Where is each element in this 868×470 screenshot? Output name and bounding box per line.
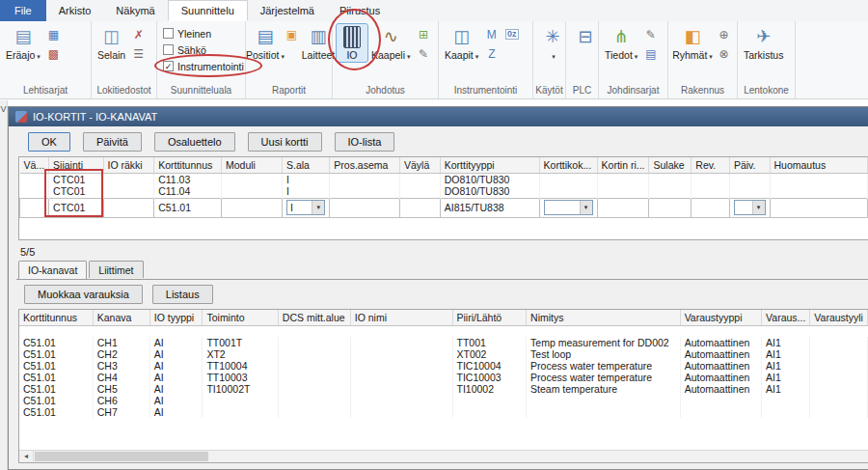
harness-list-icon: ▤ (645, 48, 656, 60)
kaapit-button[interactable]: ◫Kaapit▾ (443, 24, 480, 62)
listaus-button[interactable]: Listaus (152, 285, 213, 304)
io-channel-row[interactable]: C51.01CH6AI (19, 395, 868, 406)
scroll-left-icon[interactable]: ◂ (19, 451, 34, 462)
column-header-moduli[interactable]: Moduli (221, 157, 282, 173)
ribbon-tab-piirustus[interactable]: Piirustus (327, 0, 393, 21)
cell-p-iv (729, 173, 770, 185)
cell-nimitys: Process water temperature (527, 360, 681, 372)
tarkistus-button[interactable]: ✈Tarkistus (742, 24, 785, 62)
scrollbar-thumb[interactable] (35, 452, 208, 461)
laitteet-button[interactable]: ▥Laitteet (303, 24, 334, 62)
building-add-button[interactable]: ⊕ (715, 26, 733, 42)
io-channel-row[interactable]: C51.01CH7AI (19, 406, 868, 418)
column-header-io-nimi[interactable]: IO nimi (350, 310, 452, 325)
combo-caret-icon[interactable]: ▾ (312, 201, 324, 214)
io-cards-grid-container[interactable]: Vä...SijaintiIO räkkiKorttitunnusModuliS… (18, 156, 868, 240)
column-header-s-ala[interactable]: S.ala (283, 157, 330, 173)
column-header-korttitunnus[interactable]: Korttitunnus (154, 157, 222, 173)
column-header-varaustyyli[interactable]: Varaustyyli (810, 310, 868, 325)
log-delete-button[interactable]: ✗ (129, 26, 148, 42)
ok-button[interactable]: OK (28, 132, 70, 152)
grid-header-row: KorttitunnusKanavaIO tyyppiToimintoDCS m… (19, 310, 868, 325)
paivita-button[interactable]: Päivitä (83, 132, 142, 152)
sheet-update-button[interactable]: ▩ (44, 45, 63, 62)
macro-z-button[interactable]: Z (482, 45, 501, 62)
io-channel-row[interactable]: C51.01CH5AITI10002TTI10002Steam temperat… (19, 383, 868, 395)
macro-0z-button[interactable]: 0z (502, 26, 521, 42)
combo-korttikok[interactable]: ▾ (544, 200, 593, 215)
window-titlebar[interactable]: IO-KORTIT - IO-KANAVAT (9, 107, 868, 126)
log-list-button[interactable]: ☰ (129, 45, 148, 62)
io-lista-button[interactable]: IO-lista (335, 132, 395, 152)
eraajo-button[interactable]: ▤Eräajo▾ (4, 24, 42, 62)
ribbon-tab-n-kym[interactable]: Näkymä (103, 0, 167, 21)
io-channel-row[interactable]: C51.01CH3AITT10004TIC10004Process water … (19, 360, 868, 372)
combo-p-iv[interactable]: ▾ (734, 200, 766, 215)
io-channel-row[interactable]: C51.01CH2AIXT2XT002Test loopAutomaattine… (19, 348, 868, 360)
yleinen-checkbox[interactable]: Yleinen (163, 27, 244, 40)
io-channels-grid-container[interactable]: KorttitunnusKanavaIO tyyppiToimintoDCS m… (18, 309, 868, 463)
column-header-io-r-kki[interactable]: IO räkki (103, 157, 154, 173)
positiot-button[interactable]: ▤Positiot▾ (250, 24, 281, 62)
io-card-row[interactable]: CTC01C11.03IDO810/TU830 (20, 173, 868, 185)
column-header-io-tyyppi[interactable]: IO tyyppi (149, 310, 203, 325)
combo-caret-icon[interactable]: ▾ (752, 201, 765, 214)
ribbon-tab-arkisto[interactable]: Arkisto (46, 0, 104, 21)
column-header-rev[interactable]: Rev. (692, 157, 730, 173)
column-header-kanava[interactable]: Kanava (93, 310, 149, 325)
collapsed-panel-strip[interactable]: V (0, 100, 8, 470)
wiring-edit-button[interactable]: ✎ (415, 45, 433, 62)
column-header-korttityyppi[interactable]: Korttityyppi (440, 157, 539, 173)
io-card-row[interactable]: CTC01C11.04IDO810/TU830 (20, 185, 868, 198)
ryhmat-button[interactable]: ◧Ryhmät▾ (672, 24, 713, 62)
io-card-row-selected[interactable]: CTC01C51.01I▾AI815/TU838▾▾ (20, 198, 868, 217)
macro-m-button[interactable]: M (482, 26, 501, 42)
column-header-dcs-mitt-alue[interactable]: DCS mitt.alue (278, 310, 350, 325)
column-header-pros-asema[interactable]: Pros.asema (330, 157, 400, 173)
column-header-korttitunnus[interactable]: Korttitunnus (19, 310, 93, 325)
positions-extra-button[interactable]: ▣ (283, 26, 301, 42)
combo-s-ala[interactable]: I▾ (286, 200, 325, 215)
harness-edit-button[interactable]: ✎ (641, 26, 660, 42)
harness-list-button[interactable]: ▤ (641, 45, 660, 62)
ribbon-tab-suunnittelu[interactable]: Suunnittelu (168, 0, 248, 21)
horizontal-scrollbar[interactable]: ◂ (19, 450, 868, 462)
column-header-sulake[interactable]: Sulake (649, 157, 692, 173)
io-channel-row[interactable]: C51.01CH4AITT10003TIC10003Process water … (19, 372, 868, 383)
wiring-grid-button[interactable]: ⊞ (415, 26, 433, 42)
cell-v-yl (400, 173, 441, 185)
muokkaa-varauksia-button[interactable]: Muokkaa varauksia (24, 285, 143, 304)
instrumentointi-checkbox[interactable]: ✓Instrumentointi (163, 60, 244, 72)
tab-io-kanavat[interactable]: IO-kanavat (18, 261, 87, 279)
column-header-varaustyyppi[interactable]: Varaustyyppi (680, 310, 761, 325)
column-header-huomautus[interactable]: Huomautus (770, 157, 867, 173)
column-header-varaus[interactable]: Varaus... (762, 310, 810, 325)
column-header-v-yl[interactable]: Väylä (400, 157, 441, 173)
column-header-korttikok[interactable]: Korttikok... (539, 157, 597, 173)
plc-button[interactable]: ⊟ (570, 24, 601, 50)
cell-korttitunnus: C11.03 (154, 173, 222, 185)
osaluettelo-button[interactable]: Osaluettelo (154, 132, 235, 152)
ribbon-tab-file[interactable]: File (0, 0, 46, 21)
combo-caret-icon[interactable]: ▾ (580, 201, 592, 214)
column-header-p-iv[interactable]: Päiv. (729, 157, 770, 173)
cell-kanava: CH5 (93, 383, 149, 395)
selain-button[interactable]: ◫Selain (95, 24, 127, 62)
sahko-checkbox[interactable]: Sähkö (163, 43, 244, 56)
tiedot-button[interactable]: ⋔Tiedot▾ (603, 24, 639, 62)
building-remove-button[interactable]: ⊗ (715, 45, 733, 62)
column-header-toiminto[interactable]: Toiminto (203, 310, 278, 325)
ribbon-tab-j-rjestelm[interactable]: Järjestelmä (248, 0, 327, 21)
column-header-nimitys[interactable]: Nimitys (527, 310, 681, 325)
column-header-kortin-ri[interactable]: Kortin ri... (597, 157, 649, 173)
tab-liittimet[interactable]: Liittimet (89, 261, 143, 278)
io-button[interactable]: IO (337, 24, 367, 62)
column-header-piiri-l-ht[interactable]: Piiri/Lähtö (452, 310, 527, 325)
column-header-v[interactable]: Vä... (20, 157, 49, 173)
column-header-sijainti[interactable]: Sijainti (49, 157, 103, 173)
uusi-kortti-button[interactable]: Uusi kortti (248, 132, 322, 152)
kaapeli-button[interactable]: ∿Kaapeli▾ (369, 24, 413, 62)
io-channel-row[interactable]: C51.01CH1AITT001TTT001Temp measurement f… (19, 337, 868, 348)
sheet-grid-button[interactable]: ▦ (44, 26, 63, 42)
kaytot-button[interactable]: ✳▾ (537, 24, 568, 62)
